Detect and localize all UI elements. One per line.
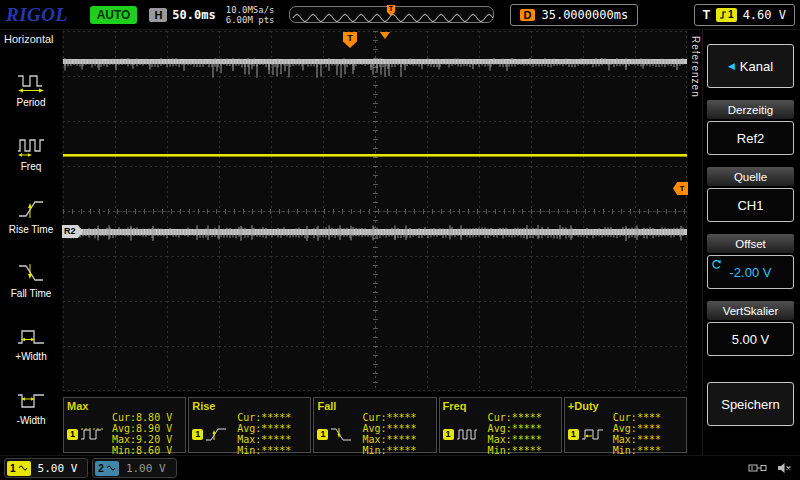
measure-item-label: Freq — [21, 161, 42, 172]
measurement-max: Max:***** — [237, 434, 307, 445]
channel-badge: 1 — [443, 429, 454, 440]
channel-badge: 1 — [192, 429, 203, 440]
waveform-overview[interactable]: T — [289, 6, 494, 23]
current-ref-softkey[interactable]: Ref2 — [707, 121, 794, 155]
measure-item-neg-width[interactable]: -Width — [16, 388, 46, 426]
delay-position-marker[interactable] — [380, 32, 390, 39]
measurement-panel-duty[interactable]: +Duty 1 Cur:**** Avg:**** — [564, 397, 687, 453]
measure-item-pos-width[interactable]: +Width — [15, 324, 46, 362]
measure-item-freq[interactable]: Freq — [16, 134, 46, 172]
measure-item-fall-time[interactable]: Fall Time — [11, 261, 52, 299]
minus-width-icon — [16, 388, 46, 412]
measurement-cur: Cur:**** — [613, 412, 683, 423]
measurement-panel-fall[interactable]: Fall 1 Cur:***** Avg:***** — [313, 397, 436, 453]
run-status-badge: AUTO — [90, 6, 138, 24]
period-icon — [16, 70, 46, 94]
current-ref-value: Ref2 — [737, 131, 764, 146]
measurement-panel-max[interactable]: Max 1 Cur:8.80 V Avg:8.90 V Ma — [63, 397, 186, 453]
trigger-label: T — [703, 8, 710, 22]
main-area: Horizontal Period — [0, 30, 800, 455]
rigol-logo: RIGOL — [6, 4, 68, 26]
measurement-avg: Avg:***** — [237, 423, 307, 434]
measurement-values: Cur:***** Avg:***** Max:***** Min:***** — [362, 412, 432, 456]
measure-menu-items: Period Freq — [0, 45, 62, 455]
status-icons — [748, 462, 792, 474]
measurement-name: Max — [67, 400, 182, 412]
measurement-name: Freq — [443, 400, 558, 412]
channel-softkey-label: Kanal — [740, 59, 773, 74]
measurement-values: Cur:**** Avg:**** Max:**** Min:**** — [613, 412, 683, 456]
measurement-max: Max:***** — [362, 434, 432, 445]
delay-group: D 35.0000000ms — [510, 4, 639, 26]
measurement-panel-freq[interactable]: Freq 1 Cur:***** Avg:***** Max:***** — [439, 397, 562, 453]
softkey-menu: Referenzen ◀ Kanal Derzeitig Ref2 Quelle… — [688, 30, 800, 455]
channel-softkey[interactable]: ◀ Kanal — [707, 44, 794, 88]
max-icon — [80, 426, 104, 442]
delay-value: 35.0000000ms — [541, 8, 628, 22]
menu-tab-referenzen[interactable]: Referenzen — [688, 30, 703, 455]
channel-badge: 1 — [317, 429, 328, 440]
measure-item-label: Fall Time — [11, 288, 52, 299]
save-softkey[interactable]: Speichern — [707, 382, 794, 426]
chevron-left-icon: ◀ — [728, 61, 735, 71]
top-bar: RIGOL AUTO H 50.0ms 10.0MSa/s 6.00M pts … — [0, 0, 800, 30]
timebase-group: H 50.0ms — [149, 8, 215, 22]
waveforms — [63, 31, 687, 391]
measurement-avg: Avg:8.90 V — [112, 423, 182, 434]
measurement-values: Cur:8.80 V Avg:8.90 V Max:9.20 V Min:8.6… — [112, 412, 182, 456]
softkey-content: ◀ Kanal Derzeitig Ref2 Quelle CH1 Offset — [703, 30, 800, 455]
graticule[interactable]: T T R2 — [62, 30, 688, 392]
status-bar: 1 5.00 V 2 1.00 V — [0, 455, 800, 480]
speaker-mute-icon — [777, 462, 792, 474]
offset-softkey[interactable]: -2.00 V — [707, 255, 794, 289]
measure-item-label: Period — [17, 97, 46, 108]
trigger-info-group: T 1 4.60 V — [694, 4, 795, 26]
oscilloscope-screen: RIGOL AUTO H 50.0ms 10.0MSa/s 6.00M pts … — [0, 0, 800, 480]
measurement-max: Max:9.20 V — [112, 434, 182, 445]
h-badge: H — [149, 8, 167, 22]
measurement-panel-rise[interactable]: Rise 1 Cur:***** Avg:***** — [188, 397, 311, 453]
memory-depth: 6.00M pts — [226, 15, 275, 25]
measurement-name: +Duty — [568, 400, 683, 412]
ch2-badge: 2 — [95, 461, 119, 476]
measurement-bar: Max 1 Cur:8.80 V Avg:8.90 V Ma — [62, 392, 688, 455]
measurement-values: Cur:***** Avg:***** Max:***** Min:***** — [237, 412, 307, 456]
ch2-status[interactable]: 2 1.00 V — [92, 458, 176, 478]
measure-item-rise-time[interactable]: Rise Time — [9, 197, 53, 235]
ch2-number: 2 — [98, 463, 104, 474]
measurement-values: Cur:***** Avg:***** Max:***** Min:***** — [488, 412, 558, 456]
offset-value: -2.00 V — [730, 265, 772, 280]
display-column: T T R2 Max 1 — [62, 30, 688, 455]
source-softkey[interactable]: CH1 — [707, 188, 794, 222]
measurement-max: Max:***** — [488, 434, 558, 445]
measurement-name: Fall — [317, 400, 432, 412]
trigger-level-value: 4.60 V — [743, 8, 786, 22]
measurement-max: Max:**** — [613, 434, 683, 445]
rise-time-icon — [16, 197, 46, 221]
ch1-number: 1 — [10, 463, 16, 474]
ch1-scale: 5.00 V — [38, 462, 78, 475]
measure-item-period[interactable]: Period — [16, 70, 46, 108]
trigger-source-number: 1 — [728, 9, 734, 20]
freq-icon — [16, 134, 46, 158]
timebase-value: 50.0ms — [172, 8, 215, 22]
freq-icon — [456, 426, 480, 442]
duty-icon — [581, 426, 605, 442]
measurement-avg: Avg:**** — [613, 423, 683, 434]
ch1-status[interactable]: 1 5.00 V — [4, 458, 88, 478]
header-quelle: Quelle — [707, 167, 794, 186]
measurement-cur: Cur:8.80 V — [112, 412, 182, 423]
fall-icon — [330, 426, 354, 442]
plus-width-icon — [16, 324, 46, 348]
vertical-scale-softkey[interactable]: 5.00 V — [707, 322, 794, 356]
measure-item-label: +Width — [15, 351, 46, 362]
wave-icon — [106, 464, 116, 472]
measurement-cur: Cur:***** — [362, 412, 432, 423]
measure-menu-title: Horizontal — [0, 30, 62, 45]
ch1-trace — [63, 154, 687, 157]
rise-icon — [205, 426, 229, 442]
channel-badge: 1 — [67, 429, 78, 440]
measurement-cur: Cur:***** — [488, 412, 558, 423]
measure-item-label: -Width — [17, 415, 46, 426]
rising-edge-icon — [719, 10, 727, 20]
